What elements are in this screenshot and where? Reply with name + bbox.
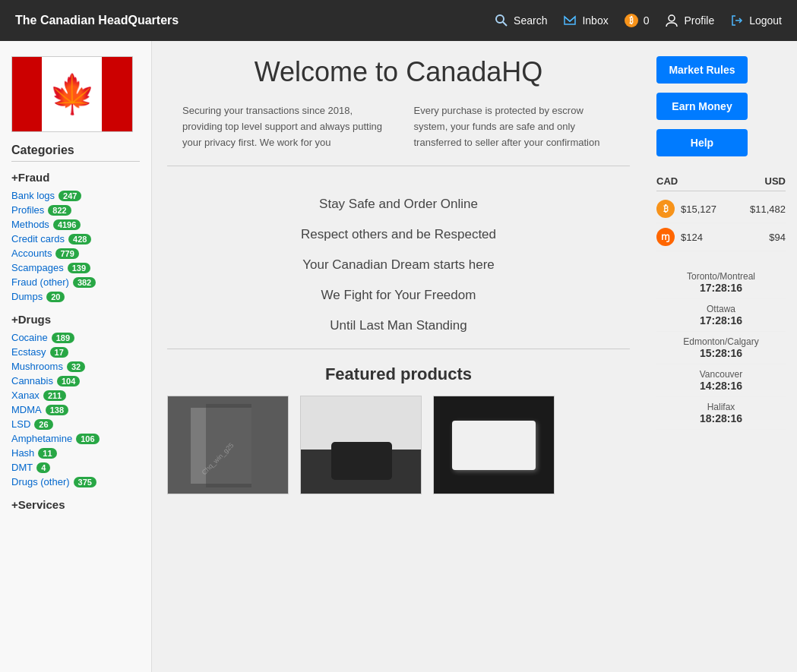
help-btn[interactable]: Help bbox=[656, 129, 748, 156]
sidebar-item-dumps[interactable]: Dumps20 bbox=[11, 289, 140, 304]
category-link-fraud-other[interactable]: Fraud (other) bbox=[11, 276, 69, 288]
timezone-torontomontreal: Toronto/Montreal17:28:16 bbox=[656, 267, 786, 299]
timezone-ottawa: Ottawa17:28:16 bbox=[656, 299, 786, 332]
timezone-section: Toronto/Montreal17:28:16Ottawa17:28:16Ed… bbox=[656, 267, 786, 430]
svg-point-0 bbox=[496, 15, 504, 23]
products-grid: Chq_win_g25 bbox=[167, 396, 630, 494]
sidebar-item-drugs-other[interactable]: Drugs (other)375 bbox=[11, 475, 140, 489]
badge-xanax: 211 bbox=[43, 390, 66, 401]
category-link-dmt[interactable]: DMT bbox=[11, 462, 33, 473]
category-link-ecstasy[interactable]: Ecstasy bbox=[11, 346, 46, 358]
category-link-scampages[interactable]: Scampages bbox=[11, 262, 64, 273]
currency-values-xmr: $124$94 bbox=[681, 232, 786, 243]
badge-scampages: 139 bbox=[68, 263, 90, 273]
category-group-fraud: +FraudBank logs247Profiles822Methods4196… bbox=[11, 171, 140, 304]
coin-icon: ₿ bbox=[624, 13, 639, 28]
category-link-hash[interactable]: Hash bbox=[11, 447, 34, 459]
sidebar: 🍁 Categories +FraudBank logs247Profiles8… bbox=[0, 41, 152, 672]
category-link-amphetamine[interactable]: Amphetamine bbox=[11, 433, 72, 444]
sidebar-item-cocaine[interactable]: Cocaine189 bbox=[11, 330, 140, 345]
timezone-time: 17:28:16 bbox=[656, 282, 786, 294]
slogan-item: Stay Safe and Order Online bbox=[167, 189, 630, 219]
sidebar-item-profiles[interactable]: Profiles822 bbox=[11, 203, 140, 217]
category-link-accounts[interactable]: Accounts bbox=[11, 248, 52, 259]
category-group-services: +Services bbox=[11, 498, 140, 511]
btc-icon: ₿ bbox=[656, 200, 675, 218]
sidebar-item-hash[interactable]: Hash11 bbox=[11, 446, 140, 460]
category-link-mdma[interactable]: MDMA bbox=[11, 404, 42, 415]
category-link-profiles[interactable]: Profiles bbox=[11, 204, 44, 216]
welcome-section: Welcome to CanadaHQ Securing your transa… bbox=[167, 56, 630, 166]
sidebar-item-scampages[interactable]: Scampages139 bbox=[11, 260, 140, 275]
currency-row-btc: ₿$15,127$11,482 bbox=[656, 195, 786, 223]
sidebar-item-ecstasy[interactable]: Ecstasy17 bbox=[11, 345, 140, 359]
welcome-title: Welcome to CanadaHQ bbox=[255, 56, 543, 88]
balance-label: 0 bbox=[644, 14, 650, 27]
svg-point-5 bbox=[669, 15, 675, 21]
sidebar-item-accounts[interactable]: Accounts779 bbox=[11, 246, 140, 260]
badge-cannabis: 104 bbox=[57, 376, 80, 386]
slogan-item: Respect others and be Respected bbox=[167, 219, 630, 250]
category-link-bank-logs[interactable]: Bank logs bbox=[11, 190, 55, 201]
category-link-cannabis[interactable]: Cannabis bbox=[11, 375, 53, 386]
category-link-methods[interactable]: Methods bbox=[11, 219, 49, 230]
sidebar-item-lsd[interactable]: LSD26 bbox=[11, 417, 140, 431]
category-link-cocaine[interactable]: Cocaine bbox=[11, 332, 48, 343]
category-link-credit-cards[interactable]: Credit cards bbox=[11, 233, 65, 245]
sidebar-item-bank-logs[interactable]: Bank logs247 bbox=[11, 188, 140, 203]
earn-money-btn[interactable]: Earn Money bbox=[656, 93, 748, 120]
category-link-dumps[interactable]: Dumps bbox=[11, 291, 43, 302]
badge-bank-logs: 247 bbox=[59, 191, 81, 201]
sidebar-item-cannabis[interactable]: Cannabis104 bbox=[11, 374, 140, 388]
product-card-3[interactable] bbox=[433, 396, 555, 494]
svg-line-1 bbox=[503, 22, 507, 26]
welcome-col2: Every purchase is protected by escrow sy… bbox=[414, 103, 615, 150]
category-link-mushrooms[interactable]: Mushrooms bbox=[11, 361, 63, 372]
group-title: +Drugs bbox=[11, 313, 140, 326]
category-group-drugs: +DrugsCocaine189Ecstasy17Mushrooms32Cann… bbox=[11, 313, 140, 489]
currency-col1-header: CAD bbox=[656, 175, 678, 187]
main-container: 🍁 Categories +FraudBank logs247Profiles8… bbox=[0, 41, 797, 672]
product-card-1[interactable]: Chq_win_g25 bbox=[167, 396, 289, 494]
slogan-item: Your Canadian Dream starts here bbox=[167, 250, 630, 280]
featured-title: Featured products bbox=[167, 364, 630, 384]
usd-value: $11,482 bbox=[750, 203, 786, 215]
inbox-icon bbox=[562, 13, 577, 28]
svg-text:₿: ₿ bbox=[629, 16, 634, 25]
category-link-xanax[interactable]: Xanax bbox=[11, 390, 40, 401]
category-link-drugs-other[interactable]: Drugs (other) bbox=[11, 476, 70, 487]
sidebar-item-xanax[interactable]: Xanax211 bbox=[11, 388, 140, 402]
badge-mushrooms: 32 bbox=[67, 361, 85, 372]
badge-hash: 11 bbox=[38, 448, 56, 459]
sidebar-item-amphetamine[interactable]: Amphetamine106 bbox=[11, 431, 140, 446]
badge-ecstasy: 17 bbox=[50, 347, 68, 358]
category-link-lsd[interactable]: LSD bbox=[11, 418, 30, 430]
inbox-nav[interactable]: Inbox bbox=[562, 13, 608, 28]
search-nav[interactable]: Search bbox=[494, 13, 547, 28]
cad-value: $15,127 bbox=[681, 203, 716, 215]
sidebar-item-credit-cards[interactable]: Credit cards428 bbox=[11, 232, 140, 246]
timezone-time: 18:28:16 bbox=[656, 412, 786, 424]
svg-rect-13 bbox=[331, 442, 392, 480]
profile-icon bbox=[664, 13, 679, 28]
profile-nav[interactable]: Profile bbox=[664, 13, 714, 28]
sidebar-item-mdma[interactable]: MDMA138 bbox=[11, 402, 140, 417]
balance-nav[interactable]: ₿ 0 bbox=[624, 13, 650, 28]
header-nav: Search Inbox ₿ 0 Profile Logout bbox=[494, 13, 782, 28]
timezone-city: Halifax bbox=[656, 402, 786, 412]
categories-title: Categories bbox=[11, 144, 140, 162]
sidebar-item-dmt[interactable]: DMT4 bbox=[11, 460, 140, 475]
product-card-2[interactable] bbox=[300, 396, 422, 494]
sidebar-item-mushrooms[interactable]: Mushrooms32 bbox=[11, 359, 140, 374]
logout-nav[interactable]: Logout bbox=[729, 13, 782, 28]
header: The Canadian HeadQuarters Search Inbox ₿… bbox=[0, 0, 797, 41]
search-label: Search bbox=[514, 14, 547, 27]
sidebar-item-fraud-other[interactable]: Fraud (other)382 bbox=[11, 275, 140, 289]
badge-lsd: 26 bbox=[34, 419, 52, 430]
product-image-2 bbox=[301, 396, 421, 494]
market-rules-btn[interactable]: Market Rules bbox=[656, 56, 748, 84]
sidebar-item-methods[interactable]: Methods4196 bbox=[11, 217, 140, 232]
currency-row-xmr: ɱ$124$94 bbox=[656, 223, 786, 251]
timezone-city: Toronto/Montreal bbox=[656, 271, 786, 282]
currency-col2-header: USD bbox=[765, 175, 786, 187]
